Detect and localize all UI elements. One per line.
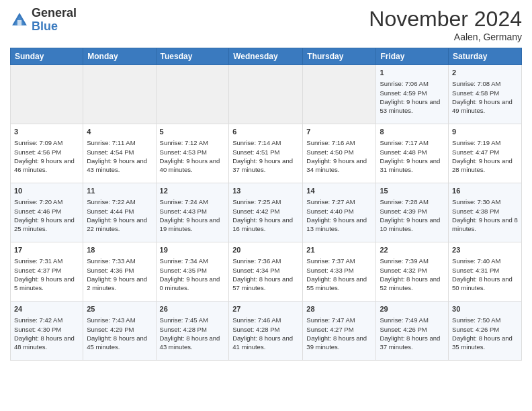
day-info-line: Sunset: 4:31 PM <box>452 266 518 275</box>
day-info-line: Sunrise: 7:22 AM <box>87 197 152 206</box>
calendar-cell <box>229 65 303 124</box>
day-info-line: Sunrise: 7:24 AM <box>160 197 226 206</box>
calendar-cell: 22Sunrise: 7:39 AMSunset: 4:32 PMDayligh… <box>376 242 449 302</box>
day-info-line: Sunset: 4:35 PM <box>160 266 226 275</box>
calendar-cell: 11Sunrise: 7:22 AMSunset: 4:44 PMDayligh… <box>83 183 156 242</box>
calendar-cell: 13Sunrise: 7:25 AMSunset: 4:42 PMDayligh… <box>229 183 303 242</box>
day-info-line: Sunset: 4:56 PM <box>14 148 79 156</box>
calendar-cell: 24Sunrise: 7:42 AMSunset: 4:30 PMDayligh… <box>11 302 83 361</box>
day-number: 14 <box>306 186 372 196</box>
day-info-line: Daylight: 9 hours and 46 minutes. <box>14 156 79 175</box>
calendar-cell <box>11 65 83 124</box>
day-info-line: Daylight: 9 hours and 28 minutes. <box>452 156 518 175</box>
day-info-line: Sunrise: 7:34 AM <box>160 257 226 265</box>
calendar-header: SundayMondayTuesdayWednesdayThursdayFrid… <box>11 48 522 65</box>
day-info-line: Sunrise: 7:36 AM <box>232 257 299 265</box>
day-number: 26 <box>160 304 226 314</box>
calendar-cell: 25Sunrise: 7:43 AMSunset: 4:29 PMDayligh… <box>83 302 156 361</box>
day-info-line: Sunrise: 7:47 AM <box>306 316 372 324</box>
day-info-line: Sunset: 4:26 PM <box>452 325 518 334</box>
day-info-line: Sunrise: 7:12 AM <box>160 138 226 147</box>
day-header-tuesday: Tuesday <box>156 48 229 65</box>
day-info-line: Sunset: 4:36 PM <box>87 266 152 275</box>
week-row-3: 10Sunrise: 7:20 AMSunset: 4:46 PMDayligh… <box>11 183 522 242</box>
day-info-line: Sunrise: 7:14 AM <box>232 138 299 147</box>
calendar-cell: 4Sunrise: 7:11 AMSunset: 4:54 PMDaylight… <box>83 124 156 183</box>
day-info-line: Sunrise: 7:33 AM <box>87 257 152 265</box>
day-info-line: Daylight: 9 hours and 34 minutes. <box>306 156 372 175</box>
day-number: 28 <box>306 304 372 314</box>
day-info-line: Sunrise: 7:11 AM <box>87 138 152 147</box>
calendar-cell: 20Sunrise: 7:36 AMSunset: 4:34 PMDayligh… <box>229 242 303 302</box>
day-info-line: Sunset: 4:51 PM <box>232 148 299 156</box>
day-number: 6 <box>232 127 299 137</box>
day-info-line: Daylight: 8 hours and 39 minutes. <box>306 334 372 352</box>
day-info-line: Daylight: 9 hours and 25 minutes. <box>14 216 79 234</box>
day-info-line: Sunset: 4:59 PM <box>380 89 445 97</box>
day-number: 3 <box>14 127 79 137</box>
day-number: 21 <box>306 245 372 255</box>
logo-icon <box>10 11 29 30</box>
day-number: 2 <box>452 68 518 78</box>
day-info-line: Daylight: 9 hours and 16 minutes. <box>232 216 299 234</box>
day-info-line: Sunrise: 7:43 AM <box>87 316 152 324</box>
location: Aalen, Germany <box>369 32 522 42</box>
day-number: 13 <box>232 186 299 196</box>
day-header-thursday: Thursday <box>303 48 376 65</box>
day-info-line: Daylight: 8 hours and 37 minutes. <box>380 334 445 352</box>
day-info-line: Sunset: 4:47 PM <box>452 148 518 156</box>
day-info-line: Daylight: 9 hours and 37 minutes. <box>232 156 299 175</box>
day-number: 27 <box>232 304 299 314</box>
day-info-line: Sunset: 4:46 PM <box>14 207 79 216</box>
day-header-monday: Monday <box>83 48 156 65</box>
day-info-line: Sunset: 4:53 PM <box>160 148 226 156</box>
calendar-cell: 14Sunrise: 7:27 AMSunset: 4:40 PMDayligh… <box>303 183 376 242</box>
day-info-line: Sunset: 4:39 PM <box>380 207 445 216</box>
calendar-body: 1Sunrise: 7:06 AMSunset: 4:59 PMDaylight… <box>11 65 522 361</box>
day-info-line: Sunset: 4:26 PM <box>380 325 445 334</box>
day-number: 10 <box>14 186 79 196</box>
day-info-line: Daylight: 9 hours and 13 minutes. <box>306 216 372 234</box>
day-info-line: Daylight: 8 hours and 48 minutes. <box>14 334 79 352</box>
day-info-line: Sunset: 4:28 PM <box>232 325 299 334</box>
week-row-4: 17Sunrise: 7:31 AMSunset: 4:37 PMDayligh… <box>11 242 522 302</box>
title-block: November 2024 Aalen, Germany <box>369 7 522 42</box>
day-info-line: Daylight: 8 hours and 45 minutes. <box>87 334 152 352</box>
calendar-cell: 16Sunrise: 7:30 AMSunset: 4:38 PMDayligh… <box>449 183 522 242</box>
calendar-cell: 19Sunrise: 7:34 AMSunset: 4:35 PMDayligh… <box>156 242 229 302</box>
svg-rect-2 <box>17 20 21 26</box>
day-info-line: Daylight: 9 hours and 5 minutes. <box>14 275 79 293</box>
calendar-cell: 1Sunrise: 7:06 AMSunset: 4:59 PMDaylight… <box>376 65 449 124</box>
week-row-1: 1Sunrise: 7:06 AMSunset: 4:59 PMDaylight… <box>11 65 522 124</box>
day-number: 5 <box>160 127 226 137</box>
day-number: 19 <box>160 245 226 255</box>
day-number: 25 <box>87 304 152 314</box>
day-info-line: Sunset: 4:30 PM <box>14 325 79 334</box>
day-header-friday: Friday <box>376 48 449 65</box>
day-number: 8 <box>380 127 445 137</box>
day-number: 29 <box>380 304 445 314</box>
day-number: 22 <box>380 245 445 255</box>
day-info-line: Sunrise: 7:31 AM <box>14 257 79 265</box>
calendar-cell: 30Sunrise: 7:50 AMSunset: 4:26 PMDayligh… <box>449 302 522 361</box>
day-info-line: Sunrise: 7:06 AM <box>380 79 445 88</box>
day-number: 24 <box>14 304 79 314</box>
day-info-line: Sunrise: 7:16 AM <box>306 138 372 147</box>
calendar-cell: 6Sunrise: 7:14 AMSunset: 4:51 PMDaylight… <box>229 124 303 183</box>
day-info-line: Sunset: 4:54 PM <box>87 148 152 156</box>
week-row-5: 24Sunrise: 7:42 AMSunset: 4:30 PMDayligh… <box>11 302 522 361</box>
calendar-table: SundayMondayTuesdayWednesdayThursdayFrid… <box>10 48 522 361</box>
day-info-line: Sunrise: 7:28 AM <box>380 197 445 206</box>
day-info-line: Daylight: 8 hours and 57 minutes. <box>232 275 299 293</box>
logo-general-text: General <box>32 6 77 19</box>
day-info-line: Daylight: 9 hours and 49 minutes. <box>452 97 518 116</box>
day-info-line: Daylight: 9 hours and 53 minutes. <box>380 97 445 116</box>
calendar-cell: 2Sunrise: 7:08 AMSunset: 4:58 PMDaylight… <box>449 65 522 124</box>
day-number: 1 <box>380 68 445 78</box>
day-info-line: Daylight: 8 hours and 50 minutes. <box>452 275 518 293</box>
day-info-line: Sunset: 4:28 PM <box>160 325 226 334</box>
logo: General Blue <box>10 7 77 34</box>
day-info-line: Sunset: 4:37 PM <box>14 266 79 275</box>
day-header-sunday: Sunday <box>11 48 83 65</box>
day-info-line: Sunset: 4:43 PM <box>160 207 226 216</box>
